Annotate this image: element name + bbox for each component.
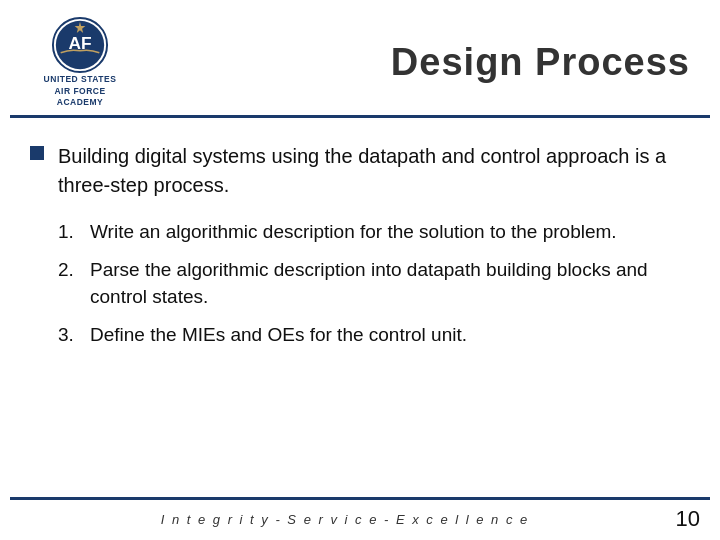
footer: I n t e g r i t y - S e r v i c e - E x … (0, 497, 720, 540)
logo-area: AF UNITED STATES AIR FORCE ACADEMY (10, 16, 150, 110)
list-item: 3. Define the MIEs and OEs for the contr… (58, 321, 690, 349)
bullet-square-icon (30, 146, 44, 160)
list-item-number: 3. (58, 321, 80, 349)
af-logo-icon: AF (51, 16, 109, 74)
sub-list: 1. Write an algorithmic description for … (30, 218, 690, 348)
main-content: Building digital systems using the datap… (0, 118, 720, 378)
main-bullet-item: Building digital systems using the datap… (30, 142, 690, 200)
page-number: 10 (670, 506, 700, 532)
list-item-text: Define the MIEs and OEs for the control … (90, 321, 467, 349)
list-item: 2. Parse the algorithmic description int… (58, 256, 690, 311)
list-item-number: 2. (58, 256, 80, 284)
header: AF UNITED STATES AIR FORCE ACADEMY Desig… (0, 0, 720, 115)
list-item-number: 1. (58, 218, 80, 246)
main-bullet-text: Building digital systems using the datap… (58, 142, 690, 200)
page-title: Design Process (150, 41, 700, 84)
list-item-text: Write an algorithmic description for the… (90, 218, 617, 246)
footer-content: I n t e g r i t y - S e r v i c e - E x … (0, 500, 720, 540)
footer-motto: I n t e g r i t y - S e r v i c e - E x … (20, 512, 670, 527)
list-item-text: Parse the algorithmic description into d… (90, 256, 690, 311)
list-item: 1. Write an algorithmic description for … (58, 218, 690, 246)
logo-text: UNITED STATES AIR FORCE ACADEMY (44, 74, 117, 110)
